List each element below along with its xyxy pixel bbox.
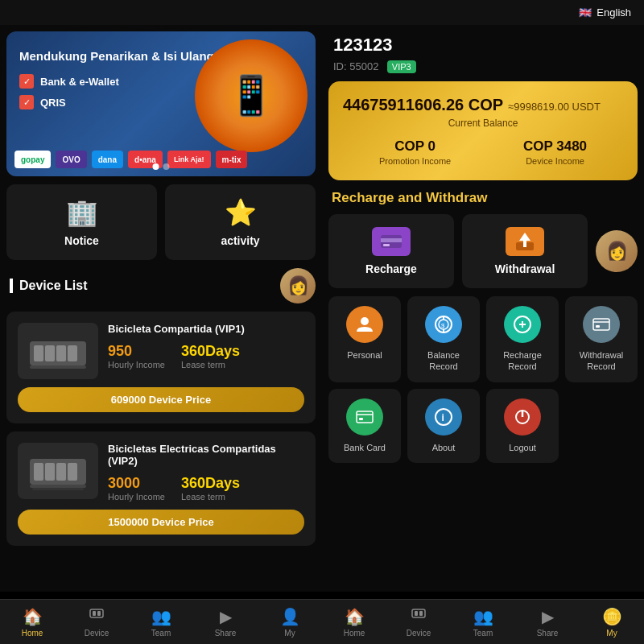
withdrawal-card[interactable]: Withdrawal (462, 214, 588, 288)
withdrawal-record-label: Withdrawal Record (570, 349, 633, 373)
banner-dots (153, 163, 170, 170)
svg-rect-15 (383, 244, 390, 246)
balance-record-label: Balance Record (412, 349, 475, 373)
svg-text:i: i (442, 412, 444, 423)
balance-main-line: 44675911606.26 COP ≈9998619.00 USDT (343, 96, 623, 118)
nav-team-left[interactable]: 👥 Team (129, 600, 193, 644)
language-selector[interactable]: 🇬🇧 English (579, 6, 631, 19)
device-stats-2: 3000 Hourly Income 360Days Lease term (108, 475, 304, 502)
device-price-btn-1[interactable]: 609000 Device Price (18, 387, 304, 412)
menu-balance-record[interactable]: $ Balance Record (407, 296, 480, 382)
top-bar: 🇬🇧 English (0, 0, 644, 25)
svg-rect-9 (56, 463, 66, 481)
balance-usdt: ≈9998619.00 USDT (508, 101, 601, 113)
home-left-icon: 🏠 (23, 607, 43, 626)
team-right-icon: 👥 (473, 607, 493, 626)
lease-label-1: Lease term (181, 360, 240, 369)
avatar-small: 👩 (280, 268, 316, 303)
svg-rect-41 (415, 611, 418, 616)
check-icon-1: ✓ (19, 74, 34, 89)
income-value-2: 3000 (108, 475, 165, 492)
device-stats-1: 950 Hourly Income 360Days Lease term (108, 343, 304, 369)
balance-record-icon: $ (425, 306, 462, 343)
bank-card-label: Bank Card (344, 442, 386, 453)
balance-label: Current Balance (343, 118, 623, 129)
menu-personal[interactable]: Personal (328, 296, 401, 382)
check-label-2: QRIS (40, 97, 66, 109)
menu-about[interactable]: i About (407, 389, 480, 463)
vip-badge: VIP3 (387, 60, 416, 73)
device-name-2: Bicicletas Electricas Compartidas (VIP2) (108, 443, 304, 467)
device-left-icon (89, 606, 105, 626)
logo-dana: dana (92, 151, 123, 168)
recharge-card[interactable]: Recharge (328, 214, 454, 288)
svg-text:$: $ (441, 322, 445, 329)
share-left-icon: ▶ (220, 607, 232, 626)
menu-logout[interactable]: Logout (486, 389, 559, 463)
svg-rect-37 (90, 609, 103, 617)
device-card-2-top: Bicicletas Electricas Compartidas (VIP2)… (18, 443, 304, 502)
device-list-section: Device List 👩 (6, 268, 316, 546)
activity-icon: ⭐ (225, 197, 257, 228)
nav-share-right[interactable]: ▶ Share (515, 600, 580, 644)
nav-home-right[interactable]: 🏠 Home (322, 600, 386, 644)
svg-rect-42 (419, 611, 423, 616)
home-right-icon: 🏠 (345, 607, 365, 626)
device-right-label: Device (407, 629, 431, 638)
nav-device-left[interactable]: Device (64, 600, 129, 644)
svg-rect-30 (357, 411, 373, 423)
recharge-icon (372, 227, 411, 256)
nav-home-left[interactable]: 🏠 Home (0, 600, 64, 644)
income-value-1: 950 (108, 343, 165, 360)
svg-rect-8 (45, 463, 55, 481)
notice-activity-row: 🏢 Notice ⭐ activity (6, 184, 316, 260)
nav-share-left[interactable]: ▶ Share (193, 600, 258, 644)
recharge-record-label: Recharge Record (491, 349, 554, 373)
dot-1 (153, 163, 159, 170)
svg-rect-2 (45, 345, 55, 361)
banner-phone-image: 📱 (195, 39, 308, 152)
menu-bank-card[interactable]: Bank Card (328, 389, 401, 463)
device-list-title: Device List (10, 279, 87, 293)
team-left-label: Team (151, 629, 171, 638)
device-info-1: Bicicleta Compartida (VIP1) 950 Hourly I… (108, 323, 304, 369)
device-card-1: Bicicleta Compartida (VIP1) 950 Hourly I… (6, 312, 316, 423)
promotion-value: COP 0 (379, 138, 451, 155)
menu-recharge-record[interactable]: Recharge Record (486, 296, 559, 382)
nav-my-right[interactable]: 🪙 My (580, 600, 644, 644)
svg-rect-32 (359, 418, 363, 420)
nav-device-right[interactable]: Device (386, 600, 451, 644)
share-right-label: Share (537, 629, 559, 638)
home-left-label: Home (22, 629, 43, 638)
notice-label: Notice (64, 234, 99, 247)
team-left-icon: 👥 (151, 607, 171, 626)
user-id-row: ID: 55002 VIP3 (333, 59, 633, 73)
balance-row: COP 0 Promotion Income COP 3480 Device I… (343, 138, 623, 166)
bank-card-icon (346, 398, 383, 436)
my-left-label: My (284, 629, 295, 638)
device-lease-2: 360Days Lease term (181, 475, 240, 502)
device-price-btn-2[interactable]: 1500000 Device Price (18, 510, 304, 535)
notice-card[interactable]: 🏢 Notice (6, 184, 157, 260)
menu-withdrawal-record[interactable]: Withdrawal Record (565, 296, 638, 382)
device-value: COP 3480 (523, 138, 587, 155)
logo-mtix: m-tix (216, 151, 248, 168)
nav-my-left[interactable]: 👤 My (258, 600, 322, 644)
svg-rect-39 (97, 611, 101, 616)
svg-rect-27 (593, 319, 609, 330)
svg-rect-7 (34, 463, 43, 481)
user-id: ID: 55002 (333, 60, 378, 72)
nav-team-right[interactable]: 👥 Team (451, 600, 515, 644)
flag-icon: 🇬🇧 (579, 6, 592, 19)
check-icon-2: ✓ (19, 95, 34, 109)
right-panel: 123123 ID: 55002 VIP3 44675911606.26 COP… (322, 25, 644, 592)
promotion-label: Promotion Income (379, 156, 451, 166)
share-left-label: Share (215, 629, 237, 638)
about-icon: i (425, 398, 462, 436)
about-label: About (432, 442, 456, 453)
language-label: English (597, 6, 631, 19)
banner: Mendukung Penarikan & Isi Ulang Dengan: … (6, 31, 316, 176)
bottom-nav: 🏠 Home Device 👥 Team ▶ Share 👤 My 🏠 Home (0, 599, 644, 644)
income-label-1: Hourly Income (108, 360, 165, 369)
activity-card[interactable]: ⭐ activity (165, 184, 316, 260)
